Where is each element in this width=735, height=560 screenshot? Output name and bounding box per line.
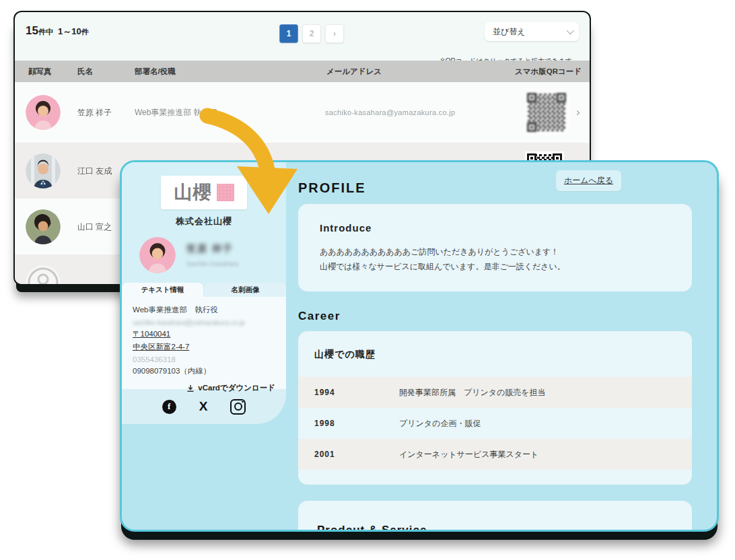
introduce-heading: Introduce <box>320 222 670 234</box>
back-to-home-link[interactable]: ホームへ戻る <box>556 170 621 191</box>
row-chevron-icon[interactable]: › <box>576 106 580 119</box>
employee-dept: Web事業推進部 執行役 <box>135 107 218 118</box>
employee-email: sachiko-kasahara@yamazakura.co.jp <box>325 108 455 116</box>
social-links: f X <box>122 389 286 424</box>
column-dept: 部署名/役職 <box>135 67 176 77</box>
career-desc: プリンタの企画・販促 <box>399 418 481 429</box>
employee-name: 笠原 祥子 <box>77 107 112 118</box>
job-title: Web事業推進部 執行役 <box>133 305 275 315</box>
person-name-blurred: 笠原 祥子 <box>186 243 238 255</box>
profile-main: PROFILE Introduce あああああああああああご訪問いただきありがと… <box>286 162 717 530</box>
company-logo: 山櫻 <box>161 176 247 209</box>
x-twitter-icon[interactable]: X <box>199 399 208 414</box>
table-header: 顔写真 氏名 部署名/役職 メールアドレス スマホ版QRコード <box>15 61 590 82</box>
result-count: 15件中1～10件 <box>26 24 89 38</box>
profile-avatar <box>139 237 176 273</box>
screenshot-stage: 15件中1～10件 1 2 › 並び替え ※QRコードはクリックすると拡大できま… <box>0 0 735 560</box>
download-icon <box>186 384 195 392</box>
introduce-text: あああああああああああご訪問いただきありがとうございます！ 山櫻では様々なサービ… <box>320 244 670 274</box>
chevron-down-icon <box>567 27 574 34</box>
address-link[interactable]: 中央区新富2-4-7 <box>133 342 275 352</box>
instagram-icon[interactable] <box>230 399 246 415</box>
tab-text-info[interactable]: テキスト情報 <box>122 283 203 297</box>
career-year: 1994 <box>314 388 399 397</box>
company-logo-pink-square <box>217 184 234 201</box>
phone-blurred: 0355436318 <box>133 355 275 363</box>
result-count-range: 1～10 <box>58 26 81 36</box>
column-qr: スマホ版QRコード <box>515 67 582 77</box>
postal-code-link[interactable]: 〒1040041 <box>133 329 275 339</box>
column-name: 氏名 <box>77 67 93 77</box>
pagination-page-2[interactable]: 2 <box>302 24 321 43</box>
person-romaji-blurred: Sachiko Kasahara <box>186 260 238 267</box>
column-photo: 顔写真 <box>28 67 52 77</box>
avatar <box>26 209 61 244</box>
career-rows: 1994 開発事業部所属 プリンタの販売を担当 1998 プリンタの企画・販促 … <box>298 377 692 470</box>
result-count-total: 15 <box>26 24 38 37</box>
career-card-title: 山櫻での職歴 <box>314 349 692 361</box>
tab-card-image[interactable]: 名刺画像 <box>205 283 286 297</box>
result-count-total-unit: 件中 <box>38 28 53 36</box>
facebook-icon[interactable]: f <box>162 400 176 414</box>
career-row: 1998 プリンタの企画・販促 <box>298 408 692 439</box>
mobile-number: 09098079103（内線） <box>133 366 275 376</box>
introduce-line-1: あああああああああああご訪問いただきありがとうございます！ <box>320 244 670 259</box>
employee-name: 江口 友成 <box>77 165 112 176</box>
company-logo-text: 山櫻 <box>174 180 212 205</box>
product-service-heading: Prodcut & Service <box>317 524 692 532</box>
table-row[interactable]: 笠原 祥子 Web事業推進部 執行役 sachiko-kasahara@yama… <box>15 82 590 143</box>
card-tabs: テキスト情報 名刺画像 <box>122 283 286 297</box>
vcard-download-label: vCardでダウンロード <box>198 383 275 393</box>
profile-window: 山櫻 株式会社山櫻 笠原 祥子 Sachiko Kasahara テキス <box>120 160 719 532</box>
avatar-placeholder-icon <box>26 265 61 284</box>
avatar-photo-man-suit <box>26 153 61 188</box>
result-count-range-unit: 件 <box>81 28 89 36</box>
career-year: 2001 <box>314 450 399 459</box>
career-desc: 開発事業部所属 プリンタの販売を担当 <box>399 387 546 398</box>
company-name: 株式会社山櫻 <box>122 215 286 228</box>
sort-dropdown-label: 並び替え <box>493 26 526 38</box>
person-row: 笠原 祥子 Sachiko Kasahara <box>139 237 286 273</box>
text-info-section: Web事業推進部 執行役 sachiko-kasahara@yamazakura… <box>122 297 286 389</box>
avatar <box>26 95 61 130</box>
email-blurred: sachiko-kasahara@yamazakura.co.jp <box>133 319 275 326</box>
product-service-card: Prodcut & Service <box>298 501 692 532</box>
avatar <box>26 153 61 188</box>
employee-name: 山口 宣之 <box>77 221 112 232</box>
pagination-next-button[interactable]: › <box>325 24 344 43</box>
sort-dropdown[interactable]: 並び替え <box>485 22 579 41</box>
career-row: 1994 開発事業部所属 プリンタの販売を担当 <box>298 377 692 408</box>
career-desc: インターネットサービス事業スタート <box>399 449 538 460</box>
column-email: メールアドレス <box>326 67 382 77</box>
pagination: 1 2 › <box>279 24 344 43</box>
career-row: 2001 インターネットサービス事業スタート <box>298 439 692 470</box>
avatar-photo-woman <box>26 95 61 130</box>
career-year: 1998 <box>314 419 399 428</box>
avatar <box>26 265 61 284</box>
page-title: PROFILE <box>298 180 692 196</box>
introduce-card: Introduce あああああああああああご訪問いただきありがとうございます！ … <box>298 204 692 291</box>
introduce-line-2: 山櫻では様々なサービスに取組んでいます。是非ご一読ください。 <box>320 259 670 274</box>
qr-code[interactable] <box>525 91 568 134</box>
business-card-panel: 山櫻 株式会社山櫻 笠原 祥子 Sachiko Kasahara テキス <box>122 162 286 422</box>
career-card: 山櫻での職歴 1994 開発事業部所属 プリンタの販売を担当 1998 プリンタ… <box>298 331 692 485</box>
career-heading: Career <box>298 310 692 323</box>
avatar-photo-man-casual <box>26 209 61 244</box>
pagination-page-1[interactable]: 1 <box>279 24 298 43</box>
